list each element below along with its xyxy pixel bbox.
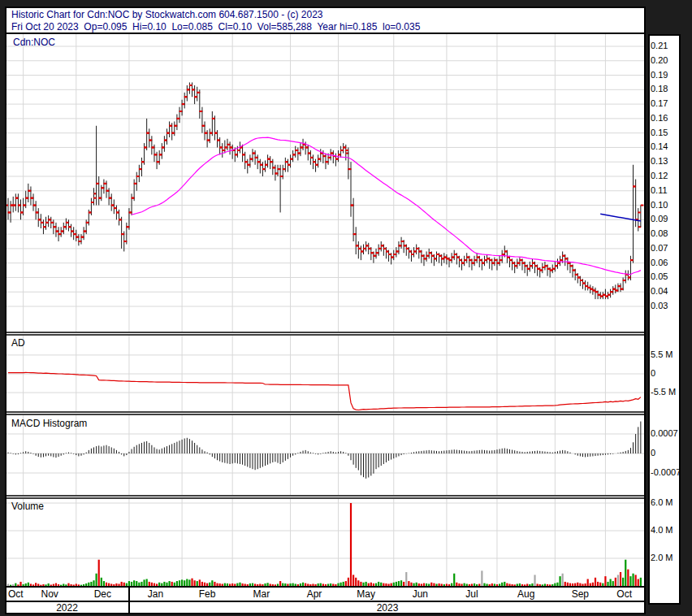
- month-label: Sep: [565, 588, 595, 600]
- month-label: Dec: [88, 588, 117, 600]
- month-label: Oct: [1, 588, 30, 600]
- chart-title: Historic Chart for Cdn:NOC by Stockwatch…: [11, 9, 323, 20]
- month-label: Mar: [247, 588, 276, 600]
- month-label: May: [352, 588, 381, 600]
- month-label: Jan: [141, 588, 171, 600]
- macd-panel-label: MACD Histogram: [11, 418, 87, 429]
- volume-panel-label: Volume: [11, 501, 44, 512]
- month-label: Jun: [405, 588, 435, 600]
- month-label: Aug: [512, 588, 541, 600]
- month-label: Apr: [300, 588, 329, 600]
- year-label-2023: 2023: [129, 602, 646, 614]
- month-label: Nov: [35, 588, 64, 600]
- month-label: Jul: [457, 588, 487, 600]
- price-panel-label: Cdn:NOC: [13, 37, 55, 48]
- quote-summary: Fri Oct 20 2023 Op=0.095 Hi=0.10 Lo=0.08…: [11, 21, 420, 33]
- month-label: Feb: [192, 588, 222, 600]
- year-label-2022: 2022: [5, 602, 129, 614]
- month-label: Oct: [610, 588, 639, 600]
- ad-panel-label: AD: [11, 337, 25, 349]
- labels-layer: Historic Chart for Cdn:NOC by Stockwatch…: [0, 0, 692, 616]
- stockwatch-historic-chart: { "header": { "line1": "Historic Chart f…: [0, 0, 692, 616]
